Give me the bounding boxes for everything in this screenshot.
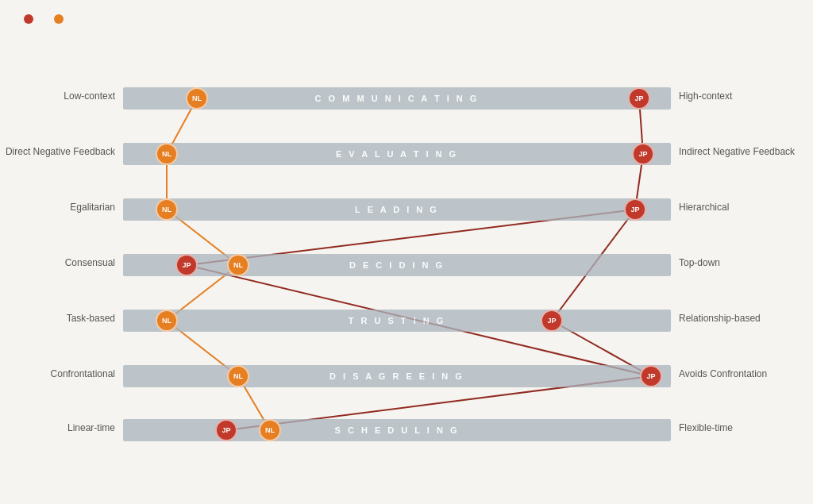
jp-point-leading: JP: [624, 198, 646, 221]
nl-point-disagreeing: NL: [227, 365, 249, 387]
bar-label-communicating: C O M M U N I C A T I N G: [315, 94, 480, 103]
right-label-scheduling: Flexible-time: [679, 422, 733, 433]
bar-label-disagreeing: D I S A G R E E I N G: [329, 371, 464, 381]
nl-point-deciding: NL: [227, 254, 249, 276]
jp-point-evaluating: JP: [632, 143, 654, 165]
nl-point-scheduling: NL: [259, 419, 281, 441]
bar-leading: L E A D I N G: [123, 198, 671, 221]
nl-point-communicating: NL: [186, 87, 208, 110]
bar-scheduling: S C H E D U L I N G: [123, 419, 671, 441]
jp-point-scheduling: JP: [215, 419, 237, 441]
nl-dot: [54, 14, 64, 24]
nl-point-trusting: NL: [156, 310, 178, 332]
right-label-leading: Hierarchical: [679, 202, 729, 213]
bar-label-scheduling: S C H E D U L I N G: [334, 425, 459, 435]
bar-deciding: D E C I D I N G: [123, 254, 671, 276]
bar-disagreeing: D I S A G R E E I N G: [123, 365, 671, 387]
nl-point-leading: NL: [156, 198, 178, 221]
bar-label-trusting: T R U S T I N G: [349, 316, 446, 325]
jp-point-deciding: JP: [175, 254, 198, 276]
jp-point-communicating: JP: [628, 87, 650, 110]
right-label-disagreeing: Avoids Confrontation: [679, 368, 767, 379]
right-label-deciding: Top-down: [679, 257, 720, 268]
bar-label-evaluating: E V A L U A T I N G: [336, 149, 458, 159]
chart-area: C O M M U N I C A T I N GLow-contextHigh…: [0, 48, 813, 504]
right-label-communicating: High-context: [679, 90, 732, 102]
legend-nl: [54, 14, 68, 24]
left-label-trusting: Task-based: [67, 313, 115, 324]
right-label-trusting: Relationship-based: [679, 313, 761, 324]
left-label-evaluating: Direct Negative Feedback: [6, 146, 115, 157]
japan-dot: [24, 14, 33, 24]
left-label-leading: Egalitarian: [70, 202, 115, 213]
legend-japan: [24, 14, 38, 24]
left-label-communicating: Low-context: [64, 90, 115, 102]
legend: [0, 0, 92, 38]
left-label-deciding: Consensual: [65, 257, 115, 268]
bar-label-deciding: D E C I D I N G: [349, 260, 445, 270]
nl-point-evaluating: NL: [156, 143, 178, 165]
left-label-disagreeing: Confrontational: [51, 368, 115, 379]
bar-label-leading: L E A D I N G: [355, 205, 439, 214]
bar-evaluating: E V A L U A T I N G: [123, 143, 671, 165]
bar-trusting: T R U S T I N G: [123, 310, 671, 332]
jp-point-trusting: JP: [541, 310, 563, 332]
jp-point-disagreeing: JP: [640, 365, 662, 387]
left-label-scheduling: Linear-time: [67, 422, 115, 433]
right-label-evaluating: Indirect Negative Feedback: [679, 146, 795, 157]
